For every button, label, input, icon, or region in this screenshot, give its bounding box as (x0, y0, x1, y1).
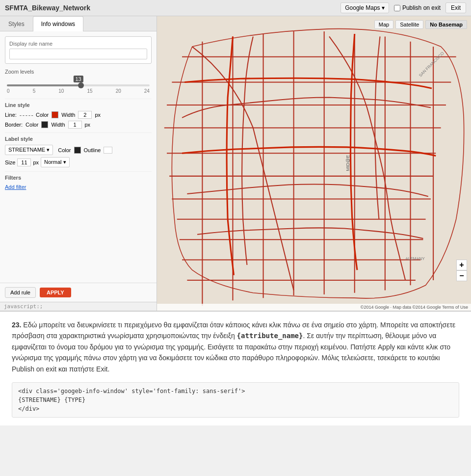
google-maps-button[interactable]: Google Maps ▾ (340, 2, 389, 13)
zoom-levels-section: Zoom levels 13 0 5 10 15 20 24 (5, 69, 152, 94)
zoom-ticks: 0 5 10 15 20 24 (7, 88, 150, 94)
color-label-border: Color (26, 122, 38, 128)
filters-label: Filters (5, 171, 152, 181)
bottom-paragraph: 23. Εδώ μπορείτε να διευκρινίσετε τι περ… (12, 319, 459, 374)
code-line-3: </div> (18, 404, 453, 413)
px-label-border: px (85, 122, 91, 128)
px-label-line: px (95, 112, 101, 118)
border-label: Border: (5, 122, 23, 128)
bottom-buttons: Add rule APPLY (0, 283, 157, 302)
zoom-in-button[interactable]: + (456, 260, 467, 270)
display-rule-name-label: Display rule name (9, 41, 147, 47)
paragraph-num: 23. (12, 321, 21, 329)
code-line-2: {STREETNAME} {TYPE} (18, 396, 453, 404)
label-size-input[interactable] (17, 159, 31, 166)
line-dash-preview: - - - - - (20, 111, 33, 119)
main-area: Styles Info windows Display rule name Zo… (0, 16, 471, 311)
size-row: Size px Normal ▾ (5, 157, 152, 167)
zoom-out-button[interactable]: − (456, 270, 467, 281)
map-zoom-controls: + − (456, 260, 467, 281)
line-style-section: Line style Line: - - - - - Color Width p… (5, 99, 152, 129)
filters-section: Filters Add filter (5, 171, 152, 190)
label-color-swatch[interactable] (74, 147, 81, 154)
normal-dropdown[interactable]: Normal ▾ (41, 157, 70, 167)
js-bar: javascript:; (0, 302, 157, 311)
exit-button[interactable]: Exit (445, 2, 466, 13)
line-width-input[interactable] (78, 111, 92, 119)
zoom-value-label: 13 (73, 76, 83, 82)
map-type-nobasemap-button[interactable]: No Basemap (425, 20, 467, 29)
zoom-levels-label: Zoom levels (5, 69, 152, 75)
line-label: Line: (5, 112, 17, 118)
border-width-input[interactable] (68, 121, 82, 129)
svg-text:ALEMANY: ALEMANY (405, 257, 425, 261)
map-svg: MID@E SAN FRANCISCO ALEMANY (157, 16, 471, 311)
left-panel: Styles Info windows Display rule name Zo… (0, 16, 157, 311)
tab-styles[interactable]: Styles (0, 16, 33, 31)
map-type-map-button[interactable]: Map (374, 20, 393, 29)
label-style-label: Label style (5, 132, 152, 142)
display-rule-name-section: Display rule name (5, 36, 152, 64)
code-block: <div class='googeb-info-window' style='f… (12, 382, 459, 418)
zoom-slider-track[interactable] (7, 84, 150, 86)
publish-on-exit-checkbox[interactable] (394, 5, 400, 11)
width-label-line: Width (61, 112, 75, 118)
border-row: Border: Color Width px (5, 121, 152, 129)
label-name-row: STREETNAME ▾ Color Outline (5, 145, 152, 155)
publish-on-exit-label[interactable]: Publish on exit (394, 4, 441, 11)
svg-rect-0 (157, 16, 471, 311)
app-title: SFMTA_Bikeway_Network (5, 4, 90, 12)
code-line-1: <div class='googeb-info-window' style='f… (18, 387, 453, 396)
width-label-border: Width (51, 122, 65, 128)
color-label-line: Color (36, 112, 49, 118)
line-style-label: Line style (5, 99, 152, 108)
outline-label: Outline (84, 147, 101, 153)
top-bar-right: Google Maps ▾ Publish on exit Exit (340, 2, 466, 13)
map-controls-top: Map Satellite No Basemap (374, 20, 467, 29)
bottom-area: 23. Εδώ μπορείτε να διευκρινίσετε τι περ… (0, 311, 471, 425)
panel-content: Display rule name Zoom levels 13 0 5 10 (0, 31, 157, 283)
map-area: Map Satellite No Basemap (157, 16, 471, 311)
outline-checkbox-box[interactable] (104, 147, 112, 154)
apply-button[interactable]: APPLY (40, 288, 71, 297)
tab-info-windows[interactable]: Info windows (33, 16, 83, 31)
label-name-dropdown[interactable]: STREETNAME ▾ (5, 145, 53, 155)
svg-text:MID@E: MID@E (345, 155, 350, 171)
px-label-size: px (33, 159, 39, 165)
tabs: Styles Info windows (0, 16, 157, 31)
zoom-slider-container: 13 0 5 10 15 20 24 (7, 84, 150, 94)
map-footer: ©2014 Google · Map data ©2014 Google Ter… (157, 304, 471, 311)
attribute-name-code: {attribute_name} (237, 332, 303, 340)
label-style-section: Label style STREETNAME ▾ Color Outline S… (5, 132, 152, 167)
top-bar: SFMTA_Bikeway_Network Google Maps ▾ Publ… (0, 0, 471, 16)
add-rule-button[interactable]: Add rule (5, 287, 36, 298)
display-rule-name-input[interactable] (9, 49, 147, 59)
add-filter-link[interactable]: Add filter (5, 184, 26, 190)
size-label: Size (5, 159, 15, 165)
color-label-label-style: Color (58, 147, 71, 153)
line-color-swatch[interactable] (52, 111, 58, 118)
border-color-swatch[interactable] (41, 121, 48, 128)
map-type-satellite-button[interactable]: Satellite (395, 20, 423, 29)
line-row: Line: - - - - - Color Width px (5, 111, 152, 119)
